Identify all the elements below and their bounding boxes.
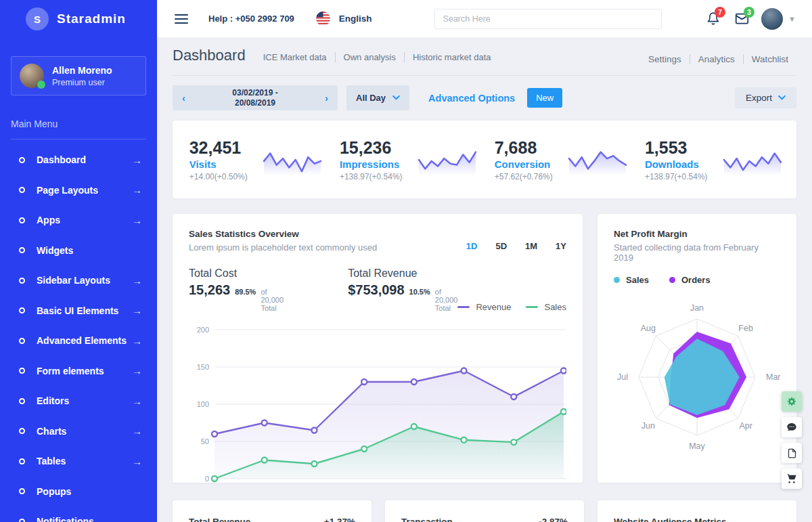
total-cost-of: of 20,000 Total xyxy=(261,288,286,312)
profile-chevron-down-icon[interactable]: ▼ xyxy=(788,15,796,23)
legend-sales: Sales xyxy=(614,275,649,285)
us-flag-icon[interactable] xyxy=(316,12,330,26)
header-link-historic-market-data[interactable]: Historic market data xyxy=(404,52,499,62)
sparkline-chart xyxy=(568,142,627,178)
legend-label: Revenue xyxy=(476,302,511,312)
export-label: Export xyxy=(746,93,772,103)
svg-text:Feb: Feb xyxy=(738,324,753,333)
brand[interactable]: S Staradmin xyxy=(0,0,157,38)
sales-card-subtitle: Lorem ipsum is placeholder text commonly… xyxy=(189,242,377,253)
sidebar-item-label: Popups xyxy=(37,486,142,497)
tab-1m[interactable]: 1M xyxy=(525,241,537,251)
legend-swatch xyxy=(526,306,538,308)
circle-icon xyxy=(19,157,25,163)
sidebar-item-page-layouts[interactable]: Page Layouts→ xyxy=(0,175,157,206)
mini-card-website-audience-metrics: Website Audience Metrics xyxy=(597,500,796,522)
sidebar-item-tables[interactable]: Tables→ xyxy=(0,446,157,477)
sidebar-item-dashboard[interactable]: Dashboard→ xyxy=(0,145,157,175)
hamburger-menu-icon[interactable] xyxy=(175,14,188,24)
profile-avatar[interactable] xyxy=(761,8,783,30)
header-action-watchlist[interactable]: Watchlist xyxy=(743,54,796,64)
document-fab[interactable] xyxy=(782,443,802,463)
legend-swatch xyxy=(457,306,470,308)
tab-1y[interactable]: 1Y xyxy=(556,241,566,251)
arrow-right-icon: → xyxy=(132,305,142,316)
line-chart-legend: RevenueSales xyxy=(457,302,566,312)
stat-conversion: 7,688Conversion+57.62(+0.76%) xyxy=(484,121,637,198)
sidebar-item-label: Widgets xyxy=(37,245,142,256)
brand-name: Staradmin xyxy=(57,12,126,26)
user-name: Allen Moreno xyxy=(52,65,112,76)
mini-card-title: Website Audience Metrics xyxy=(614,517,727,522)
user-avatar xyxy=(20,64,44,88)
page-header: Dashboard ICE Market dataOwn analysisHis… xyxy=(173,47,796,76)
sidebar-item-label: Tables xyxy=(37,456,132,466)
sidebar-item-apps[interactable]: Apps→ xyxy=(0,205,157,236)
stat-change: +57.62(+0.76%) xyxy=(495,172,553,181)
sidebar-item-popups[interactable]: Popups xyxy=(0,477,157,507)
total-revenue-block: Total Revenue $753,098 10.5% of 20,000 T… xyxy=(348,267,457,312)
arrow-right-icon: → xyxy=(132,154,142,166)
messages-badge: 3 xyxy=(744,7,754,18)
sparkline-chart xyxy=(263,142,322,178)
mini-card-change: +1.37% xyxy=(324,517,355,522)
sidebar-item-label: Charts xyxy=(37,426,132,437)
cart-fab[interactable] xyxy=(782,469,802,489)
new-button[interactable]: New xyxy=(527,88,562,108)
chevron-down-icon xyxy=(392,95,400,100)
svg-text:May: May xyxy=(689,441,705,451)
header-link-ice-market-data[interactable]: ICE Market data xyxy=(255,52,335,62)
arrow-right-icon: → xyxy=(132,275,142,286)
circle-icon xyxy=(19,247,25,253)
all-day-dropdown[interactable]: All Day xyxy=(346,85,409,110)
stat-visits: 32,451Visits+14.00(+0.50%) xyxy=(179,121,332,198)
help-phone: Help : +050 2992 709 xyxy=(208,14,294,24)
messages-button[interactable]: 3 xyxy=(735,12,749,26)
filter-row: ‹ 03/02/2019 - 20/08/2019 › All Day Adva… xyxy=(173,85,796,110)
date-range-value[interactable]: 03/02/2019 - 20/08/2019 xyxy=(185,88,325,108)
tab-5d[interactable]: 5D xyxy=(495,241,507,251)
mini-card-change: -2.87% xyxy=(539,517,568,522)
page-title: Dashboard xyxy=(173,47,246,64)
user-card[interactable]: Allen Moreno Premium user xyxy=(11,56,146,95)
sidebar-item-label: Apps xyxy=(37,215,132,225)
export-button[interactable]: Export xyxy=(735,87,796,108)
legend-label: Orders xyxy=(681,275,710,285)
header-action-analytics[interactable]: Analytics xyxy=(690,54,743,64)
advanced-options-link[interactable]: Advanced Options xyxy=(428,93,515,104)
sidebar-item-basic-ui-elements[interactable]: Basic UI Elements→ xyxy=(0,296,157,326)
settings-fab[interactable] xyxy=(782,391,802,412)
chevron-right-icon[interactable]: › xyxy=(325,92,328,104)
stats-row: 32,451Visits+14.00(+0.50%)15,236Impressi… xyxy=(179,121,790,198)
stat-label: Conversion xyxy=(495,158,553,170)
sidebar-item-form-elements[interactable]: Form elements→ xyxy=(0,356,157,387)
circle-icon xyxy=(19,488,25,494)
date-range-picker[interactable]: ‹ 03/02/2019 - 20/08/2019 › xyxy=(173,85,338,110)
svg-text:150: 150 xyxy=(197,363,209,371)
sidebar-item-editors[interactable]: Editors→ xyxy=(0,386,157,416)
sidebar-item-label: Dashboard xyxy=(37,154,132,165)
tab-1d[interactable]: 1D xyxy=(466,241,478,251)
arrow-right-icon: → xyxy=(132,184,142,196)
sidebar-item-widgets[interactable]: Widgets xyxy=(0,236,157,266)
sidebar-item-label: Advanced Elements xyxy=(37,335,132,346)
total-cost-label: Total Cost xyxy=(189,267,286,280)
sidebar-item-charts[interactable]: Charts→ xyxy=(0,416,157,447)
circle-icon xyxy=(19,338,25,344)
sidebar-item-label: Form elements xyxy=(37,366,132,376)
sidebar-item-sidebar-layouts[interactable]: Sidebar Layouts→ xyxy=(0,265,157,296)
notifications-button[interactable]: 7 xyxy=(706,12,720,26)
chat-fab[interactable] xyxy=(782,417,802,437)
header-link-own-analysis[interactable]: Own analysis xyxy=(335,52,404,62)
total-revenue-value: $753,098 xyxy=(348,282,404,298)
search-input[interactable] xyxy=(434,9,662,29)
sidebar-item-advanced-elements[interactable]: Advanced Elements→ xyxy=(0,326,157,356)
total-cost-value: 15,263 xyxy=(189,282,230,298)
language-selector[interactable]: English xyxy=(339,14,372,24)
header-action-settings[interactable]: Settings xyxy=(640,54,690,64)
stat-value: 15,236 xyxy=(340,138,403,158)
mini-card-transaction: Transaction-2.87% xyxy=(385,500,584,522)
legend-label: Sales xyxy=(544,302,566,312)
sidebar-item-notifications[interactable]: Notifications xyxy=(0,506,157,522)
sidebar-item-label: Editors xyxy=(37,395,132,406)
